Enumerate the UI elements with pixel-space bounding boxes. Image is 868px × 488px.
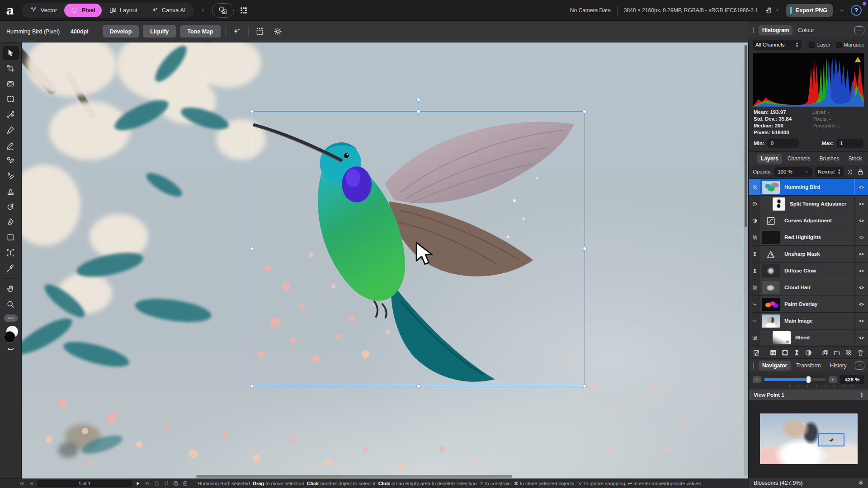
- layer-row[interactable]: Diffuse Glow: [749, 263, 868, 279]
- layer-visibility-on[interactable]: [854, 246, 868, 262]
- previous-page-icon[interactable]: [28, 480, 35, 487]
- layer-visibility-on[interactable]: [854, 196, 868, 212]
- layer-row[interactable]: Curves Adjustment: [749, 212, 868, 229]
- tool-clone-stamp[interactable]: [3, 184, 19, 198]
- adjustment-icon[interactable]: [805, 349, 812, 357]
- document-canvas[interactable]: [22, 42, 748, 479]
- tool-colour-replacement-brush[interactable]: [3, 154, 19, 168]
- layer-badge-adjh[interactable]: [749, 212, 760, 229]
- layer-visibility-on[interactable]: [854, 329, 868, 346]
- navigator-viewport-rect[interactable]: [818, 433, 844, 446]
- layer-badge-chev[interactable]: [749, 313, 760, 329]
- persona-pixel[interactable]: Pixel: [64, 4, 101, 17]
- layer-row[interactable]: Blend: [749, 329, 868, 346]
- dpi-label[interactable]: 400dpi: [66, 28, 93, 35]
- layer-row[interactable]: Paint Overlay: [749, 296, 868, 313]
- notes-icon[interactable]: [182, 480, 189, 487]
- layer-thumbnail-bird[interactable]: [762, 181, 780, 194]
- layer-effects-icon[interactable]: [769, 349, 777, 357]
- zoom-out-button[interactable]: −: [753, 376, 761, 383]
- layer-badge-hourglass[interactable]: [749, 263, 760, 279]
- layer-visibility-on[interactable]: [854, 296, 868, 312]
- tool-zoom[interactable]: [3, 297, 19, 311]
- layers-tab-channels[interactable]: Channels: [784, 154, 814, 164]
- tool-rectangular-marquee[interactable]: [3, 92, 19, 106]
- layer-badge-hourglass[interactable]: [749, 246, 760, 262]
- selection-handle-s[interactable]: [416, 384, 420, 388]
- zoom-slider[interactable]: [764, 376, 826, 383]
- selection-handle-sw[interactable]: [250, 384, 254, 388]
- more-tools-button[interactable]: [4, 314, 18, 322]
- layer-row[interactable]: Red Highlights: [749, 229, 868, 246]
- tool-view-hand[interactable]: [3, 282, 19, 296]
- panel-grip[interactable]: [753, 362, 754, 369]
- help-button[interactable]: ?: [851, 5, 862, 16]
- layer-checkbox-box[interactable]: [809, 42, 815, 48]
- checkbox-layer[interactable]: Layer: [809, 42, 830, 48]
- export-png-button[interactable]: Export PNG: [786, 4, 833, 17]
- layer-thumbnail-cloud[interactable]: [762, 281, 780, 294]
- panel-grip[interactable]: [753, 27, 754, 33]
- blend-mode-select[interactable]: Normal ▲▼: [815, 167, 844, 177]
- layer-row[interactable]: Main Image: [749, 313, 868, 329]
- collapse-histogram-button[interactable]: [854, 26, 864, 34]
- navigator-thumbnail[interactable]: [760, 413, 858, 464]
- layer-badge-sparklesm[interactable]: [749, 296, 760, 312]
- layer-thumbnail-blend[interactable]: [773, 331, 791, 344]
- rotation-handle[interactable]: [416, 98, 420, 102]
- edit-layer-icon[interactable]: [753, 349, 760, 357]
- page-indicator[interactable]: 1 of 1: [37, 480, 132, 487]
- marquee-checkbox-box[interactable]: [836, 42, 842, 48]
- tool-selection-brush[interactable]: [3, 77, 19, 91]
- selection-handle-se[interactable]: [583, 384, 587, 388]
- new-pixel-layer-icon[interactable]: [845, 349, 853, 357]
- more-options-icon[interactable]: [198, 6, 208, 15]
- delete-layer-icon[interactable]: [857, 349, 864, 357]
- layers-tab-layers[interactable]: Layers: [757, 154, 782, 164]
- navigator-tab-history[interactable]: History: [826, 361, 850, 371]
- tool-blur-brush[interactable]: [3, 169, 19, 183]
- channel-select[interactable]: All Channels ▲▼: [753, 40, 802, 50]
- tool-gradient[interactable]: [3, 108, 19, 122]
- cycle-icon[interactable]: [163, 480, 170, 487]
- opacity-field[interactable]: 100 %: [774, 167, 812, 177]
- studio-grid-button[interactable]: [234, 3, 254, 18]
- layer-visibility-off[interactable]: [854, 229, 868, 245]
- layer-row[interactable]: Split Toning Adjustmer: [749, 196, 868, 212]
- selection-handle-e[interactable]: [583, 247, 587, 251]
- selection-handle-w[interactable]: [250, 247, 254, 251]
- layer-thumbnail-triangle[interactable]: [762, 248, 780, 261]
- persona-canva-ai[interactable]: Canva AI: [145, 4, 192, 17]
- view-point-row[interactable]: View Point 1 ▲▼: [749, 389, 868, 400]
- zoom-in-button[interactable]: +: [829, 376, 837, 383]
- liquify-button[interactable]: Liquify: [143, 25, 176, 38]
- vertical-scrollbar[interactable]: [744, 44, 748, 476]
- layer-thumbnail-curves[interactable]: [762, 214, 780, 227]
- layer-thumbnail-mask[interactable]: [773, 197, 785, 211]
- export-dropdown-chevron[interactable]: [839, 8, 844, 13]
- layer-row[interactable]: Cloud Hair: [749, 279, 868, 296]
- histogram-tab-histogram[interactable]: Histogram: [759, 25, 793, 35]
- layer-thumbnail-glow[interactable]: [762, 264, 780, 277]
- context-toolbar-toggle[interactable]: [212, 3, 234, 18]
- colour-swatches[interactable]: [3, 326, 19, 344]
- layer-badge-checker[interactable]: [749, 179, 760, 195]
- max-input[interactable]: [836, 139, 863, 148]
- live-filter-icon[interactable]: [793, 349, 801, 357]
- duplicate-icon[interactable]: [172, 480, 179, 487]
- settings-gear-icon[interactable]: [271, 25, 285, 38]
- duplicate-layer-icon[interactable]: [821, 349, 829, 357]
- develop-button[interactable]: Develop: [103, 25, 139, 38]
- primary-colour-swatch[interactable]: [4, 331, 15, 343]
- tool-move[interactable]: [3, 46, 19, 60]
- lock-layer-icon[interactable]: [857, 168, 864, 176]
- tool-paint-brush[interactable]: [3, 123, 19, 137]
- horizontal-scrollbar[interactable]: [24, 474, 742, 478]
- hand-gesture-icon[interactable]: [764, 6, 780, 15]
- selection-handle-nw[interactable]: [250, 109, 254, 113]
- persona-layout[interactable]: Layout: [103, 4, 144, 17]
- layer-badge-masksq[interactable]: [749, 329, 760, 346]
- checkbox-marquee[interactable]: Marquee: [836, 42, 864, 48]
- layer-badge-checker[interactable]: [749, 229, 760, 245]
- next-page-icon[interactable]: [144, 480, 151, 487]
